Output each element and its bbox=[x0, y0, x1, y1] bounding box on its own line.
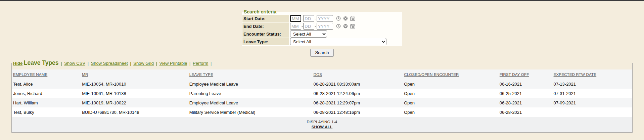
window-top-edge bbox=[0, 0, 644, 1]
cell-first-day-off: 06-28-2021 bbox=[498, 98, 552, 107]
search-button[interactable]: Search bbox=[310, 49, 333, 57]
cell-expected-rtw-date: 07-13-2021 bbox=[552, 79, 632, 89]
start-date-label: Start Date: bbox=[242, 15, 289, 22]
start-date-year-input[interactable] bbox=[317, 15, 333, 22]
cell-first-day-off: 06-28-2021 bbox=[498, 107, 552, 117]
date-separator: - bbox=[302, 16, 303, 21]
toolbar-separator: | bbox=[156, 61, 157, 66]
cell-employee-name: Jones, Richard bbox=[12, 89, 81, 98]
end-date-month-input[interactable] bbox=[290, 23, 301, 30]
cell-leave-type: Employee Medical Leave bbox=[188, 79, 312, 89]
show-grid-link[interactable]: Show Grid bbox=[133, 61, 154, 66]
show-all-link[interactable]: SHOW ALL bbox=[312, 125, 333, 129]
cell-dos: 06-28-2021 12:24:06pm bbox=[312, 89, 403, 98]
cell-expected-rtw-date: 07-09-2021 bbox=[552, 98, 632, 107]
search-criteria-fieldset: Search criteria Start Date: - - End D bbox=[242, 9, 402, 46]
cell-expected-rtw-date bbox=[552, 107, 632, 117]
cell-mr: MIE-10061, MR-10138 bbox=[81, 89, 188, 98]
perform-link[interactable]: Perform bbox=[193, 61, 208, 66]
displaying-count: DISPLAYING 1-4 bbox=[12, 120, 632, 124]
cell-first-day-off: 06-25-2021 bbox=[498, 89, 552, 98]
cell-leave-type: Employee Medical Leave bbox=[188, 98, 312, 107]
cell-dos: 06-28-2021 12:48:16pm bbox=[312, 107, 403, 117]
search-criteria-legend: Search criteria bbox=[243, 9, 278, 14]
end-date-row: End Date: - - bbox=[242, 22, 402, 30]
leave-types-legend: Hide Leave Types | Show CSV | Show Sprea… bbox=[12, 59, 214, 66]
cell-leave-type: Military Service Member (Medical) bbox=[188, 107, 312, 117]
column-header-closed-open-encounter[interactable]: CLOSED/OPEN ENCOUNTER bbox=[404, 73, 459, 77]
show-csv-link[interactable]: Show CSV bbox=[64, 61, 85, 66]
cell-closed-open-encounter: Open bbox=[403, 79, 498, 89]
cell-employee-name: Test, Alice bbox=[12, 79, 81, 89]
calendar-icon[interactable] bbox=[350, 16, 355, 21]
cell-closed-open-encounter: Open bbox=[403, 89, 498, 98]
date-separator: - bbox=[315, 24, 316, 29]
encounter-status-select[interactable]: Select All bbox=[290, 30, 327, 38]
cell-mr: MIE-10054, MR-10010 bbox=[81, 79, 188, 89]
column-header-leave-type[interactable]: LEAVE TYPE bbox=[189, 73, 213, 77]
leave-types-table: EMPLOYEE NAME MR LEAVE TYPE DOS CLOSED/O… bbox=[12, 69, 632, 117]
cell-employee-name: Test, Bulky bbox=[12, 107, 81, 117]
leave-type-row: Leave Type: Select All bbox=[242, 38, 402, 45]
toolbar-separator: | bbox=[189, 61, 190, 66]
table-footer: DISPLAYING 1-4 SHOW ALL bbox=[12, 117, 632, 132]
leave-type-select[interactable]: Select All bbox=[290, 38, 386, 45]
toolbar-separator: | bbox=[130, 61, 131, 66]
column-header-mr[interactable]: MR bbox=[82, 73, 88, 77]
encounter-status-label: Encounter Status: bbox=[242, 30, 289, 38]
start-date-day-input[interactable] bbox=[303, 15, 314, 22]
toolbar-separator: | bbox=[211, 61, 212, 66]
encounter-status-row: Encounter Status: Select All bbox=[242, 30, 402, 38]
start-date-row: Start Date: - - bbox=[242, 15, 402, 22]
end-date-label: End Date: bbox=[242, 22, 289, 30]
hide-link[interactable]: Hide bbox=[13, 61, 22, 66]
date-separator: - bbox=[315, 16, 316, 21]
cell-closed-open-encounter: Open bbox=[403, 107, 498, 117]
table-row[interactable]: Hart, William MIE-10019, MR-10022 Employ… bbox=[12, 98, 632, 107]
end-date-day-input[interactable] bbox=[303, 23, 314, 30]
end-date-year-input[interactable] bbox=[317, 23, 333, 30]
date-separator: - bbox=[302, 24, 303, 29]
table-row[interactable]: Test, Alice MIE-10054, MR-10010 Employee… bbox=[12, 79, 632, 89]
column-header-dos[interactable]: DOS bbox=[313, 73, 322, 77]
cell-expected-rtw-date: 07-31-2021 bbox=[552, 89, 632, 98]
view-printable-link[interactable]: View Printable bbox=[159, 61, 187, 66]
cell-closed-open-encounter: Open bbox=[403, 98, 498, 107]
column-header-expected-rtw-date[interactable]: EXPECTED RTW DATE bbox=[554, 73, 597, 77]
toolbar-separator: | bbox=[88, 61, 89, 66]
clock-icon[interactable] bbox=[336, 16, 341, 21]
calendar-icon[interactable] bbox=[350, 24, 355, 29]
cell-dos: 06-28-2021 12:29:07pm bbox=[312, 98, 403, 107]
cell-mr: MIE-10019, MR-10022 bbox=[81, 98, 188, 107]
table-header-row: EMPLOYEE NAME MR LEAVE TYPE DOS CLOSED/O… bbox=[12, 69, 632, 79]
clear-circle-icon[interactable] bbox=[343, 16, 348, 21]
toolbar-separator: | bbox=[61, 61, 62, 66]
column-header-first-day-off[interactable]: FIRST DAY OFF bbox=[500, 73, 529, 77]
show-spreadsheet-link[interactable]: Show Spreadsheet bbox=[91, 61, 128, 66]
table-row[interactable]: Test, Bulky BUID-U76881730, MR-10148 Mil… bbox=[12, 107, 632, 117]
clock-icon[interactable] bbox=[336, 24, 341, 29]
leave-types-title: Leave Types bbox=[24, 59, 59, 66]
clear-circle-icon[interactable] bbox=[343, 24, 348, 29]
cell-mr: BUID-U76881730, MR-10148 bbox=[81, 107, 188, 117]
cell-first-day-off: 06-16-2021 bbox=[498, 79, 552, 89]
leave-types-fieldset: Hide Leave Types | Show CSV | Show Sprea… bbox=[11, 59, 633, 133]
column-header-employee-name[interactable]: EMPLOYEE NAME bbox=[13, 73, 47, 77]
leave-type-label: Leave Type: bbox=[242, 38, 289, 45]
table-row[interactable]: Jones, Richard MIE-10061, MR-10138 Paren… bbox=[12, 89, 632, 98]
cell-leave-type: Parenting Leave bbox=[188, 89, 312, 98]
cell-dos: 06-28-2021 08:33:00am bbox=[312, 79, 403, 89]
start-date-month-input[interactable] bbox=[290, 15, 301, 22]
cell-employee-name: Hart, William bbox=[12, 98, 81, 107]
